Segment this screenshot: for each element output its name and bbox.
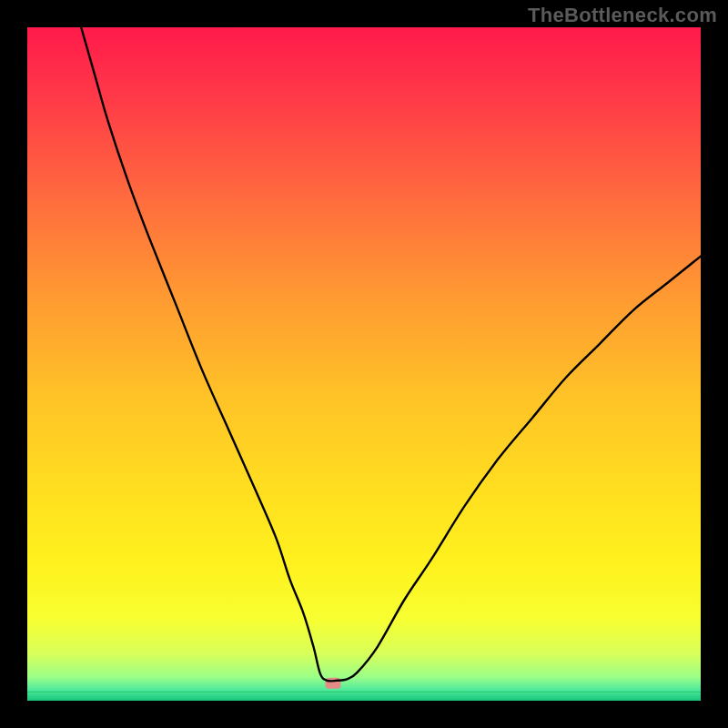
- watermark-text: TheBottleneck.com: [528, 4, 717, 27]
- bottleneck-chart: [0, 0, 728, 728]
- plot-background: [27, 27, 701, 701]
- chart-root: TheBottleneck.com: [0, 0, 728, 728]
